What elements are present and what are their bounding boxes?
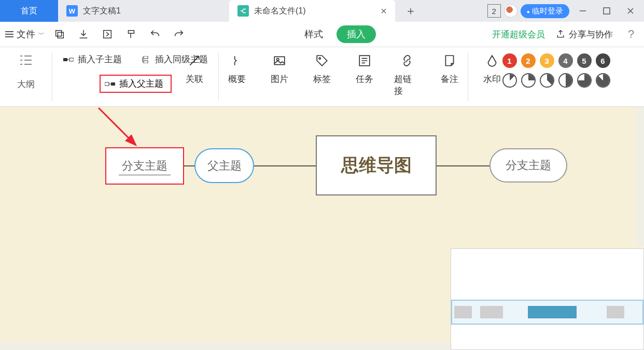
node-parent-topic[interactable]: 父主题: [194, 148, 254, 183]
progress-marker-75[interactable]: [577, 73, 592, 88]
help-button[interactable]: ?: [623, 27, 639, 41]
user-avatar[interactable]: [504, 4, 517, 18]
svg-line-14: [99, 108, 135, 144]
svg-point-12: [319, 58, 320, 59]
svg-rect-6: [144, 56, 148, 59]
ribbon-group-outline[interactable]: 大纲: [0, 47, 52, 106]
vip-link[interactable]: 开通超级会员: [492, 29, 545, 40]
new-tab-button[interactable]: ＋: [395, 0, 426, 22]
progress-marker-87[interactable]: [596, 73, 610, 88]
priority-marker-4[interactable]: 4: [558, 53, 573, 68]
tool-relation-label: 关联: [186, 73, 203, 85]
ribbon-group-tools: 关联 概要 图片 标签 任务 超链接: [219, 47, 468, 106]
tool-task[interactable]: 任务: [352, 53, 377, 97]
svg-rect-1: [56, 31, 62, 36]
svg-rect-2: [58, 32, 63, 38]
priority-marker-5[interactable]: 5: [577, 53, 592, 68]
summary-icon: [230, 53, 244, 68]
minimize-button[interactable]: [572, 1, 593, 21]
vertical-scrollbar[interactable]: [637, 107, 644, 246]
priority-marker-2[interactable]: 2: [521, 53, 536, 68]
progress-marker-12[interactable]: [502, 73, 517, 88]
tab-home-label: 首页: [21, 6, 37, 17]
svg-rect-9: [105, 82, 109, 86]
insert-subtopic-button[interactable]: 插入子主题: [63, 53, 122, 65]
word-icon: W: [66, 5, 78, 17]
edge: [437, 165, 490, 166]
minimap-node: [480, 306, 503, 318]
node-branch-label: 分支主题: [119, 157, 171, 175]
menubar: 文件 ﹀ 样式 插入 开通超级会员 分享与协作 ?: [0, 22, 644, 47]
tool-hyperlink[interactable]: 超链接: [394, 53, 420, 97]
tab-mindmap[interactable]: 未命名文件(1) ×: [229, 0, 395, 22]
minimap-node: [528, 306, 577, 318]
tool-task-label: 任务: [356, 73, 373, 85]
progress-marker-25[interactable]: [521, 73, 536, 88]
task-icon: [357, 53, 372, 68]
node-parent-label: 父主题: [207, 158, 242, 174]
redo-icon[interactable]: [170, 25, 188, 43]
node-branch-topic-2[interactable]: 分支主题: [489, 148, 567, 183]
tool-tag[interactable]: 标签: [309, 53, 335, 97]
file-menu[interactable]: 文件 ﹀: [5, 28, 45, 40]
tool-hyperlink-label: 超链接: [394, 73, 420, 97]
tool-note[interactable]: 备注: [437, 53, 463, 97]
tool-summary[interactable]: 概要: [224, 53, 250, 97]
share-button[interactable]: 分享与协作: [555, 29, 613, 40]
style-tab[interactable]: 样式: [304, 28, 323, 40]
maximize-button[interactable]: [596, 1, 617, 21]
outline-icon: [18, 53, 34, 67]
priority-marker-3[interactable]: 3: [540, 53, 554, 68]
progress-marker-50[interactable]: [558, 73, 573, 88]
svg-rect-4: [63, 58, 67, 61]
peer-topic-icon: [141, 56, 151, 63]
priority-marker-1[interactable]: 1: [502, 53, 517, 68]
node-branch2-label: 分支主题: [506, 158, 551, 173]
temp-login-pill[interactable]: ● 临时登录: [521, 4, 569, 18]
tool-relation[interactable]: 关联: [181, 53, 207, 97]
insert-parent-topic-button[interactable]: 插入父主题: [100, 75, 172, 93]
tool-image[interactable]: 图片: [267, 53, 292, 97]
close-icon[interactable]: ×: [381, 5, 387, 17]
tab-mindmap-label: 未命名文件(1): [254, 6, 306, 17]
minimap-node: [454, 306, 472, 318]
minimap[interactable]: [451, 248, 644, 350]
svg-rect-10: [274, 57, 285, 64]
node-branch-topic[interactable]: 分支主题: [105, 147, 184, 185]
parent-topic-icon: [105, 80, 115, 88]
undo-icon[interactable]: [146, 25, 164, 43]
tag-icon: [315, 53, 329, 68]
svg-rect-0: [604, 8, 610, 14]
minimap-viewport[interactable]: [451, 300, 643, 325]
mindmap-icon: [237, 5, 249, 17]
export-icon[interactable]: [99, 25, 116, 43]
temp-login-label: 临时登录: [532, 6, 563, 15]
image-icon: [272, 53, 287, 68]
duplicate-icon[interactable]: [51, 25, 68, 43]
share-icon: [555, 29, 566, 39]
insert-tab[interactable]: 插入: [337, 25, 376, 43]
format-painter-icon[interactable]: [122, 25, 140, 43]
tab-document[interactable]: W 文字文稿1: [58, 0, 229, 22]
node-central-topic[interactable]: 思维导图: [316, 135, 437, 195]
window-count-label: 2: [492, 7, 496, 16]
svg-rect-7: [144, 61, 148, 63]
tool-summary-label: 概要: [228, 73, 246, 85]
node-central-label: 思维导图: [341, 153, 412, 177]
close-window-button[interactable]: [620, 1, 641, 21]
caret-down-icon: ﹀: [38, 30, 45, 39]
tab-home[interactable]: 首页: [0, 0, 58, 22]
svg-rect-8: [111, 82, 115, 86]
window-count-badge[interactable]: 2: [487, 4, 501, 18]
ribbon: 大纲 插入子主题 插入同级主题 插入父主题 关联: [0, 47, 644, 107]
progress-marker-37[interactable]: [540, 73, 554, 88]
horizontal-scrollbar[interactable]: [0, 343, 450, 350]
outline-label: 大纲: [17, 78, 35, 90]
download-icon[interactable]: [75, 25, 92, 43]
tool-tag-label: 标签: [313, 73, 331, 85]
priority-marker-6[interactable]: 6: [596, 53, 610, 68]
tool-image-label: 图片: [271, 73, 288, 85]
menubar-left: 文件 ﹀: [5, 25, 188, 43]
tab-document-label: 文字文稿1: [83, 6, 121, 17]
tab-strip: 首页 W 文字文稿1 未命名文件(1) × ＋ 2 ● 临时登录: [0, 0, 644, 22]
